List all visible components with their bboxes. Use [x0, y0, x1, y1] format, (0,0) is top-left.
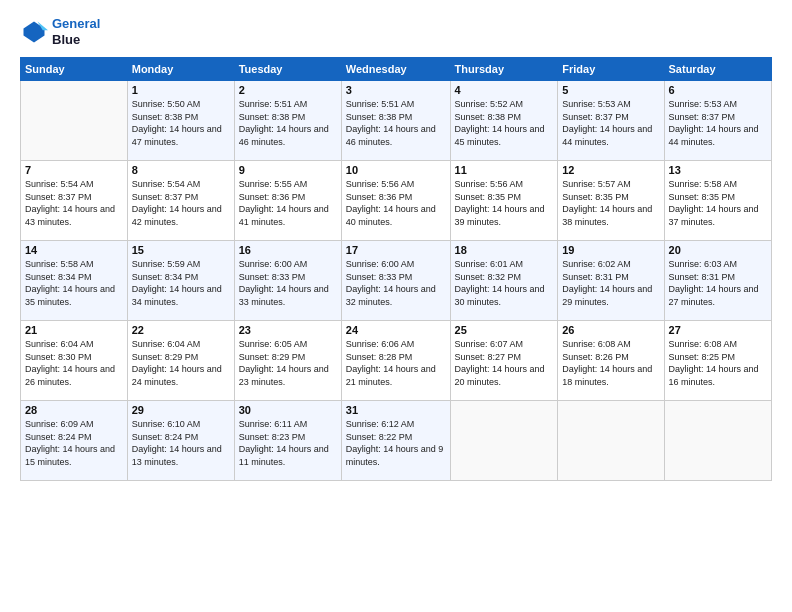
day-number: 11	[455, 164, 554, 176]
calendar-day-header: Thursday	[450, 58, 558, 81]
day-number: 26	[562, 324, 659, 336]
day-number: 23	[239, 324, 337, 336]
day-detail: Sunrise: 5:52 AM Sunset: 8:38 PM Dayligh…	[455, 98, 554, 148]
day-number: 31	[346, 404, 446, 416]
calendar-day-cell: 24Sunrise: 6:06 AM Sunset: 8:28 PM Dayli…	[341, 321, 450, 401]
calendar-day-cell: 2Sunrise: 5:51 AM Sunset: 8:38 PM Daylig…	[234, 81, 341, 161]
calendar-day-cell: 4Sunrise: 5:52 AM Sunset: 8:38 PM Daylig…	[450, 81, 558, 161]
calendar-day-header: Monday	[127, 58, 234, 81]
day-number: 18	[455, 244, 554, 256]
calendar-week-row: 1Sunrise: 5:50 AM Sunset: 8:38 PM Daylig…	[21, 81, 772, 161]
calendar-day-cell: 10Sunrise: 5:56 AM Sunset: 8:36 PM Dayli…	[341, 161, 450, 241]
day-number: 27	[669, 324, 767, 336]
day-number: 8	[132, 164, 230, 176]
day-detail: Sunrise: 5:54 AM Sunset: 8:37 PM Dayligh…	[132, 178, 230, 228]
day-detail: Sunrise: 5:58 AM Sunset: 8:35 PM Dayligh…	[669, 178, 767, 228]
calendar-day-cell: 16Sunrise: 6:00 AM Sunset: 8:33 PM Dayli…	[234, 241, 341, 321]
day-detail: Sunrise: 6:06 AM Sunset: 8:28 PM Dayligh…	[346, 338, 446, 388]
calendar-day-cell: 29Sunrise: 6:10 AM Sunset: 8:24 PM Dayli…	[127, 401, 234, 481]
calendar-day-cell: 11Sunrise: 5:56 AM Sunset: 8:35 PM Dayli…	[450, 161, 558, 241]
day-detail: Sunrise: 6:05 AM Sunset: 8:29 PM Dayligh…	[239, 338, 337, 388]
day-detail: Sunrise: 6:00 AM Sunset: 8:33 PM Dayligh…	[239, 258, 337, 308]
calendar-week-row: 21Sunrise: 6:04 AM Sunset: 8:30 PM Dayli…	[21, 321, 772, 401]
day-detail: Sunrise: 6:04 AM Sunset: 8:30 PM Dayligh…	[25, 338, 123, 388]
day-number: 14	[25, 244, 123, 256]
calendar-day-header: Saturday	[664, 58, 771, 81]
day-number: 19	[562, 244, 659, 256]
day-number: 4	[455, 84, 554, 96]
calendar-header-row: SundayMondayTuesdayWednesdayThursdayFrid…	[21, 58, 772, 81]
calendar-week-row: 14Sunrise: 5:58 AM Sunset: 8:34 PM Dayli…	[21, 241, 772, 321]
calendar-day-cell: 22Sunrise: 6:04 AM Sunset: 8:29 PM Dayli…	[127, 321, 234, 401]
calendar-day-header: Wednesday	[341, 58, 450, 81]
calendar-day-cell: 20Sunrise: 6:03 AM Sunset: 8:31 PM Dayli…	[664, 241, 771, 321]
day-number: 21	[25, 324, 123, 336]
calendar-day-header: Friday	[558, 58, 664, 81]
day-number: 10	[346, 164, 446, 176]
logo-icon	[20, 18, 48, 46]
day-number: 28	[25, 404, 123, 416]
svg-marker-0	[24, 21, 45, 42]
calendar-day-cell: 7Sunrise: 5:54 AM Sunset: 8:37 PM Daylig…	[21, 161, 128, 241]
day-number: 9	[239, 164, 337, 176]
day-detail: Sunrise: 5:56 AM Sunset: 8:36 PM Dayligh…	[346, 178, 446, 228]
calendar-day-cell: 21Sunrise: 6:04 AM Sunset: 8:30 PM Dayli…	[21, 321, 128, 401]
day-detail: Sunrise: 5:56 AM Sunset: 8:35 PM Dayligh…	[455, 178, 554, 228]
day-detail: Sunrise: 5:50 AM Sunset: 8:38 PM Dayligh…	[132, 98, 230, 148]
calendar-day-cell: 28Sunrise: 6:09 AM Sunset: 8:24 PM Dayli…	[21, 401, 128, 481]
day-detail: Sunrise: 6:02 AM Sunset: 8:31 PM Dayligh…	[562, 258, 659, 308]
logo: General Blue	[20, 16, 100, 47]
calendar-day-cell: 19Sunrise: 6:02 AM Sunset: 8:31 PM Dayli…	[558, 241, 664, 321]
calendar-day-cell: 1Sunrise: 5:50 AM Sunset: 8:38 PM Daylig…	[127, 81, 234, 161]
calendar-day-cell: 30Sunrise: 6:11 AM Sunset: 8:23 PM Dayli…	[234, 401, 341, 481]
day-number: 22	[132, 324, 230, 336]
day-detail: Sunrise: 6:12 AM Sunset: 8:22 PM Dayligh…	[346, 418, 446, 468]
day-detail: Sunrise: 6:08 AM Sunset: 8:26 PM Dayligh…	[562, 338, 659, 388]
calendar-day-cell: 5Sunrise: 5:53 AM Sunset: 8:37 PM Daylig…	[558, 81, 664, 161]
day-number: 25	[455, 324, 554, 336]
day-number: 7	[25, 164, 123, 176]
calendar-day-cell: 27Sunrise: 6:08 AM Sunset: 8:25 PM Dayli…	[664, 321, 771, 401]
calendar-day-cell: 26Sunrise: 6:08 AM Sunset: 8:26 PM Dayli…	[558, 321, 664, 401]
day-number: 30	[239, 404, 337, 416]
day-detail: Sunrise: 6:09 AM Sunset: 8:24 PM Dayligh…	[25, 418, 123, 468]
day-number: 6	[669, 84, 767, 96]
day-detail: Sunrise: 6:08 AM Sunset: 8:25 PM Dayligh…	[669, 338, 767, 388]
day-number: 17	[346, 244, 446, 256]
calendar-day-cell: 8Sunrise: 5:54 AM Sunset: 8:37 PM Daylig…	[127, 161, 234, 241]
calendar-day-cell: 12Sunrise: 5:57 AM Sunset: 8:35 PM Dayli…	[558, 161, 664, 241]
calendar-day-cell: 15Sunrise: 5:59 AM Sunset: 8:34 PM Dayli…	[127, 241, 234, 321]
day-detail: Sunrise: 6:03 AM Sunset: 8:31 PM Dayligh…	[669, 258, 767, 308]
day-number: 12	[562, 164, 659, 176]
calendar-day-cell: 17Sunrise: 6:00 AM Sunset: 8:33 PM Dayli…	[341, 241, 450, 321]
day-detail: Sunrise: 6:10 AM Sunset: 8:24 PM Dayligh…	[132, 418, 230, 468]
day-detail: Sunrise: 5:51 AM Sunset: 8:38 PM Dayligh…	[346, 98, 446, 148]
day-detail: Sunrise: 5:58 AM Sunset: 8:34 PM Dayligh…	[25, 258, 123, 308]
calendar-day-cell: 9Sunrise: 5:55 AM Sunset: 8:36 PM Daylig…	[234, 161, 341, 241]
day-number: 16	[239, 244, 337, 256]
calendar-day-cell: 23Sunrise: 6:05 AM Sunset: 8:29 PM Dayli…	[234, 321, 341, 401]
calendar-day-cell: 25Sunrise: 6:07 AM Sunset: 8:27 PM Dayli…	[450, 321, 558, 401]
calendar-day-cell: 18Sunrise: 6:01 AM Sunset: 8:32 PM Dayli…	[450, 241, 558, 321]
day-detail: Sunrise: 6:01 AM Sunset: 8:32 PM Dayligh…	[455, 258, 554, 308]
calendar-table: SundayMondayTuesdayWednesdayThursdayFrid…	[20, 57, 772, 481]
day-number: 15	[132, 244, 230, 256]
day-number: 2	[239, 84, 337, 96]
day-detail: Sunrise: 6:04 AM Sunset: 8:29 PM Dayligh…	[132, 338, 230, 388]
calendar-day-header: Sunday	[21, 58, 128, 81]
day-detail: Sunrise: 5:53 AM Sunset: 8:37 PM Dayligh…	[562, 98, 659, 148]
day-number: 29	[132, 404, 230, 416]
logo-text: General Blue	[52, 16, 100, 47]
calendar-day-cell: 3Sunrise: 5:51 AM Sunset: 8:38 PM Daylig…	[341, 81, 450, 161]
calendar-week-row: 28Sunrise: 6:09 AM Sunset: 8:24 PM Dayli…	[21, 401, 772, 481]
day-detail: Sunrise: 5:53 AM Sunset: 8:37 PM Dayligh…	[669, 98, 767, 148]
calendar-day-cell: 6Sunrise: 5:53 AM Sunset: 8:37 PM Daylig…	[664, 81, 771, 161]
page: General Blue SundayMondayTuesdayWednesda…	[0, 0, 792, 612]
calendar-day-cell: 13Sunrise: 5:58 AM Sunset: 8:35 PM Dayli…	[664, 161, 771, 241]
calendar-day-header: Tuesday	[234, 58, 341, 81]
calendar-week-row: 7Sunrise: 5:54 AM Sunset: 8:37 PM Daylig…	[21, 161, 772, 241]
calendar-day-cell	[558, 401, 664, 481]
day-number: 1	[132, 84, 230, 96]
day-number: 13	[669, 164, 767, 176]
day-number: 5	[562, 84, 659, 96]
